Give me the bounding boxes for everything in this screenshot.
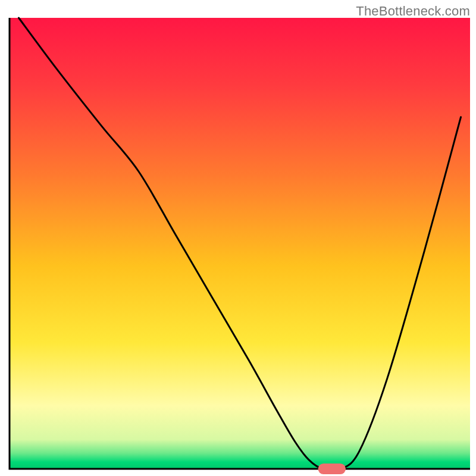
bottleneck-chart — [0, 0, 476, 476]
chart-container: TheBottleneck.com — [0, 0, 476, 476]
optimal-marker — [318, 464, 346, 474]
watermark-text: TheBottleneck.com — [356, 4, 470, 19]
plot-background — [10, 18, 470, 469]
